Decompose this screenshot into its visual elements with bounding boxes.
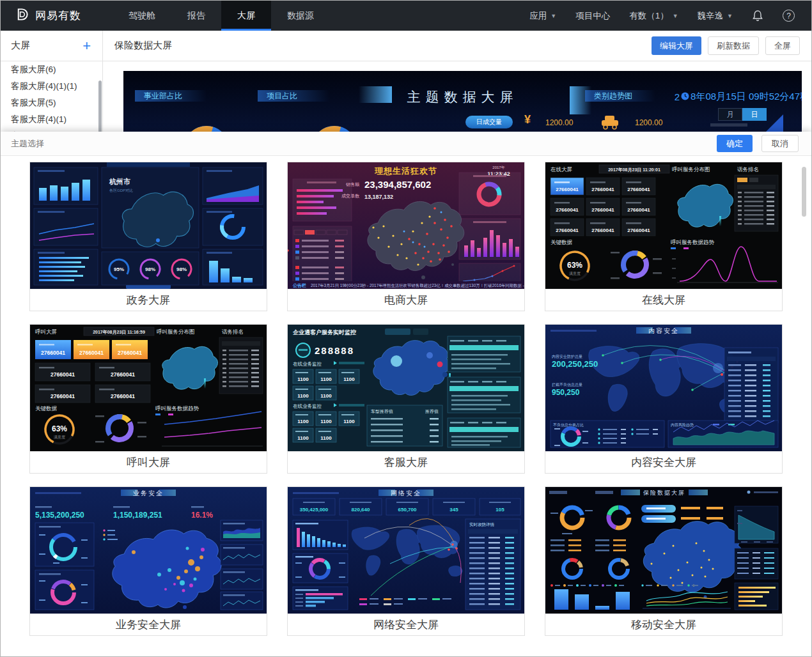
svg-text:23,394,857,602: 23,394,857,602 [364, 179, 431, 190]
ecommerce-dashboard-graphic: 理想生活狂欢节 销售额 23,394,857,602 成交单数 13,187,1… [288, 162, 524, 289]
svg-text:1100: 1100 [320, 435, 332, 441]
project-center-link[interactable]: 项目中心 [575, 10, 610, 22]
svg-text:950,250: 950,250 [552, 388, 580, 397]
banner-panel-label: 类别趋势图 [585, 90, 655, 102]
nav-tab-cockpit[interactable]: 驾驶舱 [113, 1, 171, 31]
banner-amount: 1200.00 [545, 118, 573, 127]
svg-text:推荐值: 推荐值 [425, 409, 439, 414]
fullscreen-button[interactable]: 全屏 [765, 36, 800, 55]
banner-deco [359, 86, 392, 103]
svg-text:27660041: 27660041 [51, 393, 75, 399]
svg-text:杭州市: 杭州市 [109, 178, 130, 185]
toggle-month[interactable]: 月 [718, 108, 742, 121]
screen-toolbar: 保险数据大屏 编辑大屏 刷新数据 全屏 [103, 31, 811, 61]
svg-text:2017年: 2017年 [492, 166, 504, 169]
nav-tab-bigscreen[interactable]: 大屏 [221, 1, 271, 31]
svg-text:呼叫服务分布图: 呼叫服务分布图 [672, 166, 710, 173]
svg-text:63%: 63% [567, 261, 582, 270]
banner-panel-label: 事业部占比 [135, 90, 207, 102]
dashboard-preview-banner: 事业部占比 项目占比 主题数据大屏 类别趋势图 2 8年08月15日 09时52… [123, 71, 802, 132]
user-menu[interactable]: 魏辛逸▼ [698, 10, 733, 22]
org-menu[interactable]: 有数（1）▼ [629, 10, 678, 22]
app-menu[interactable]: 应用▼ [529, 10, 556, 22]
modal-scrollbar[interactable] [802, 167, 806, 217]
screen-title: 保险数据大屏 [114, 40, 172, 52]
theme-preview-online: 在线大屏 2017年08月23日 11:20:01 呼叫服务分布图 话务排名 2… [545, 162, 782, 289]
theme-card-service[interactable]: 企业通客户服务实时监控 288888 在线业务监控 11 [287, 324, 525, 474]
svg-text:1100: 1100 [320, 419, 332, 424]
service-dashboard-graphic: 企业通客户服务实时监控 288888 在线业务监控 11 [288, 325, 524, 451]
svg-text:保险数据大屏: 保险数据大屏 [643, 490, 685, 496]
theme-card-online[interactable]: 在线大屏 2017年08月23日 11:20:01 呼叫服务分布图 话务排名 2… [545, 162, 783, 311]
sidebar-header: 大屏 + [1, 31, 103, 61]
svg-text:16.1%: 16.1% [191, 511, 213, 520]
svg-text:公告栏: 公告栏 [292, 283, 306, 288]
theme-preview-gov: 杭州市 各区GDP对比 95% 98% 98% [30, 162, 267, 289]
svg-text:在线业务监控: 在线业务监控 [293, 361, 322, 367]
confirm-button[interactable]: 确定 [717, 135, 753, 152]
svg-text:关键数据: 关键数据 [35, 405, 58, 412]
theme-card-ecommerce[interactable]: 理想生活狂欢节 销售额 23,394,857,602 成交单数 13,187,1… [287, 162, 525, 311]
screen-list-item[interactable]: 客服大屏(5) [1, 95, 102, 111]
banner-period-toggle: 月 日 [718, 108, 767, 121]
content-security-dashboard-graphic: 内容安全 内容安全防护总量 200,250,250 拦截不良信息总量 950,2… [545, 325, 782, 451]
theme-card-gov[interactable]: 杭州市 各区GDP对比 95% 98% 98% 政务大屏 [29, 162, 267, 311]
svg-text:2017年08月23日 11:20:01: 2017年08月23日 11:20:01 [608, 167, 660, 173]
add-screen-button[interactable]: + [82, 39, 91, 53]
business-security-dashboard-graphic: 业务安全 5,135,200,250 1,150,189,251 16.1% [30, 487, 267, 614]
chevron-down-icon: ▼ [727, 13, 733, 19]
svg-text:98%: 98% [145, 267, 155, 272]
svg-text:27660041: 27660041 [111, 371, 135, 378]
theme-caption: 客服大屏 [288, 451, 524, 473]
theme-card-business-security[interactable]: 业务安全 5,135,200,250 1,150,189,251 16.1% [29, 486, 267, 636]
svg-text:27660041: 27660041 [591, 207, 614, 213]
screen-list-item[interactable]: 客服大屏(6) [1, 61, 102, 78]
svg-text:各区GDP对比: 各区GDP对比 [109, 188, 133, 193]
svg-text:内容安全防护总量: 内容安全防护总量 [552, 354, 582, 359]
svg-text:网络安全: 网络安全 [391, 490, 421, 497]
theme-preview-mobile-security: 保险数据大屏 [545, 487, 782, 614]
banner-amount: 1200.00 [635, 118, 662, 127]
sidebar-scrollbar[interactable] [98, 81, 102, 132]
theme-card-network-security[interactable]: 网络安全 350,425,000820,640650,700345105 [287, 486, 525, 636]
theme-card-mobile-security[interactable]: 保险数据大屏 [545, 486, 783, 636]
svg-text:27660041: 27660041 [79, 350, 104, 356]
svg-text:关键数据: 关键数据 [550, 239, 573, 245]
theme-preview-business-security: 业务安全 5,135,200,250 1,150,189,251 16.1% [30, 487, 267, 614]
svg-text:27660041: 27660041 [51, 371, 75, 378]
edit-screen-button[interactable]: 编辑大屏 [652, 36, 701, 55]
screen-list-item[interactable]: 客服大屏(4)(1) [1, 111, 102, 128]
currency-icon: ¥ [524, 113, 531, 127]
top-navbar: 网易有数 驾驶舱 报告 大屏 数据源 应用▼ 项目中心 有数（1）▼ 魏辛逸▼ … [1, 1, 811, 31]
theme-caption: 网络安全大屏 [288, 614, 524, 635]
notification-bell-icon[interactable] [752, 10, 763, 22]
screen-list-item[interactable]: 客服大屏(4)(1)(1) [1, 78, 102, 95]
banner-stat-pill: 日成交量 [465, 116, 513, 128]
toggle-day[interactable]: 日 [742, 108, 767, 121]
svg-text:1100: 1100 [297, 393, 309, 399]
svg-text:车型推荐值: 车型推荐值 [371, 409, 393, 414]
refresh-data-button[interactable]: 刷新数据 [708, 36, 759, 55]
theme-preview-ecommerce: 理想生活狂欢节 销售额 23,394,857,602 成交单数 13,187,1… [288, 162, 524, 289]
online-dashboard-graphic: 在线大屏 2017年08月23日 11:20:01 呼叫服务分布图 话务排名 2… [545, 162, 782, 289]
theme-card-content-security[interactable]: 内容安全 内容安全防护总量 200,250,250 拦截不良信息总量 950,2… [545, 324, 783, 474]
theme-card-callcenter[interactable]: 呼叫大屏 2017年08月23日 11:16:59 呼叫服务分布图 话务排名 2… [29, 324, 267, 474]
help-icon[interactable]: ? [783, 10, 795, 22]
theme-preview-callcenter: 呼叫大屏 2017年08月23日 11:16:59 呼叫服务分布图 话务排名 2… [30, 325, 267, 451]
theme-caption: 移动安全大屏 [545, 614, 782, 635]
svg-text:满意度: 满意度 [54, 435, 65, 440]
svg-text:5,135,200,250: 5,135,200,250 [35, 511, 84, 520]
svg-text:95%: 95% [114, 267, 124, 272]
primary-nav: 驾驶舱 报告 大屏 数据源 [113, 1, 330, 31]
brand[interactable]: 网易有数 [1, 7, 113, 24]
cancel-button[interactable]: 取消 [761, 135, 799, 152]
svg-text:27660041: 27660041 [627, 187, 650, 192]
nav-tab-report[interactable]: 报告 [171, 1, 221, 31]
nav-tab-datasource[interactable]: 数据源 [271, 1, 330, 31]
chevron-down-icon: ▼ [673, 13, 678, 19]
mobile-security-dashboard-graphic: 保险数据大屏 [545, 487, 782, 614]
theme-select-title: 主题选择 [11, 138, 44, 150]
svg-text:1100: 1100 [343, 376, 355, 382]
svg-text:27660041: 27660041 [627, 228, 650, 233]
svg-text:内容安全: 内容安全 [648, 327, 679, 334]
